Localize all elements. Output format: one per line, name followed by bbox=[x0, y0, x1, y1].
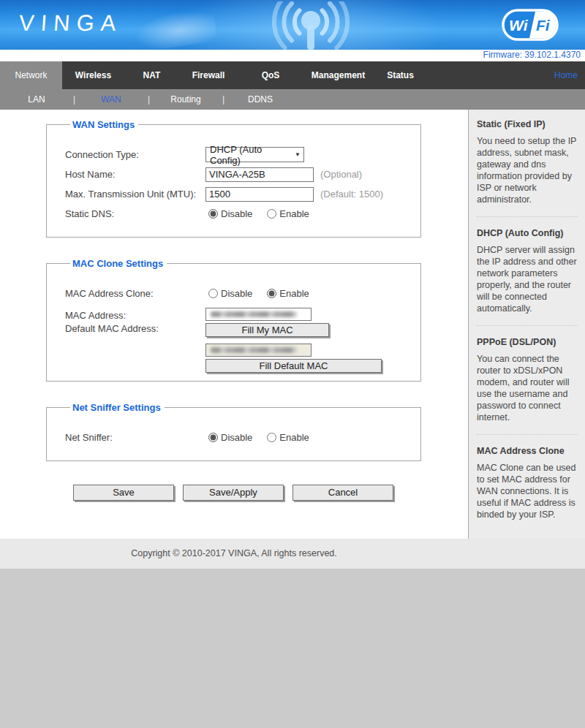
home-link[interactable]: Home bbox=[554, 61, 585, 89]
wifi-alliance-logo: Wi Fi bbox=[502, 9, 559, 41]
mac-clone-enable-label: Enable bbox=[279, 288, 309, 299]
mac-address-input[interactable] bbox=[205, 308, 312, 321]
net-sniffer-label: Net Sniffer: bbox=[65, 432, 205, 443]
router-admin-page: VINGA Wi Fi Firmware: 39.102.1.4370 Netw… bbox=[0, 0, 585, 728]
action-buttons: Save Save/Apply Cancel bbox=[73, 485, 468, 501]
help-body-mac-clone: MAC Clone can be used to set MAC address… bbox=[477, 462, 578, 520]
static-dns-enable-label: Enable bbox=[279, 208, 309, 219]
wan-settings-fieldset: WAN Settings Connection Type: DHCP (Auto… bbox=[46, 119, 421, 238]
net-sniffer-enable-radio[interactable] bbox=[267, 433, 276, 442]
page-background bbox=[0, 569, 585, 728]
connection-type-label: Connection Type: bbox=[65, 149, 205, 160]
tab-qos[interactable]: QoS bbox=[238, 61, 303, 89]
help-title-static: Static (Fixed IP) bbox=[477, 119, 578, 129]
net-sniffer-disable-label: Disable bbox=[221, 432, 252, 443]
fill-default-mac-button[interactable]: Fill Default MAC bbox=[205, 359, 382, 373]
mtu-input[interactable] bbox=[205, 187, 314, 202]
footer: Copyright © 2010-2017 VINGA, All rights … bbox=[0, 539, 585, 569]
wifi-badge-fi: Fi bbox=[536, 17, 551, 34]
header-banner: VINGA Wi Fi bbox=[0, 0, 585, 50]
wifi-antenna-icon bbox=[241, 1, 380, 50]
static-dns-enable-radio[interactable] bbox=[267, 209, 276, 219]
content-column: WAN Settings Connection Type: DHCP (Auto… bbox=[0, 110, 468, 539]
sub-nav: LAN | WAN | Routing | DDNS bbox=[0, 89, 585, 110]
subnav-lan[interactable]: LAN bbox=[0, 89, 73, 110]
mtu-note: (Default: 1500) bbox=[320, 189, 383, 200]
mtu-label: Max. Transmission Unit (MTU): bbox=[65, 189, 205, 200]
default-mac-address-input bbox=[205, 344, 312, 357]
main-nav: Network Wireless NAT Firewall QoS Manage… bbox=[0, 61, 585, 89]
subnav-wan[interactable]: WAN bbox=[75, 89, 148, 110]
host-name-input[interactable] bbox=[205, 167, 314, 182]
default-mac-label: Default MAC Address: bbox=[65, 323, 205, 334]
help-body-pppoe: You can connect the router to xDSL/xPON … bbox=[477, 353, 578, 423]
host-name-label: Host Name: bbox=[65, 169, 205, 180]
mac-address-label: MAC Address: bbox=[65, 308, 205, 321]
vinga-logo: VINGA bbox=[18, 10, 124, 37]
tab-firewall[interactable]: Firewall bbox=[179, 61, 238, 89]
tab-nat[interactable]: NAT bbox=[124, 61, 179, 89]
mac-clone-fieldset: MAC Clone Settings MAC Address Clone: Di… bbox=[46, 258, 421, 382]
tab-status[interactable]: Status bbox=[373, 61, 428, 89]
sidebar-divider bbox=[477, 325, 578, 326]
subnav-ddns[interactable]: DDNS bbox=[224, 89, 297, 110]
static-dns-label: Static DNS: bbox=[65, 208, 205, 219]
tab-wireless[interactable]: Wireless bbox=[62, 61, 124, 89]
fill-my-mac-button[interactable]: Fill My MAC bbox=[205, 323, 329, 337]
net-sniffer-disable-radio[interactable] bbox=[208, 433, 218, 442]
sidebar-divider bbox=[477, 434, 578, 435]
main-area: WAN Settings Connection Type: DHCP (Auto… bbox=[0, 110, 585, 539]
wifi-badge-wi: Wi bbox=[509, 17, 529, 34]
net-sniffer-enable-label: Enable bbox=[279, 432, 309, 443]
mac-clone-enable-radio[interactable] bbox=[267, 289, 276, 298]
mac-clone-title: MAC Clone Settings bbox=[70, 258, 167, 269]
help-title-pppoe: PPPoE (DSL/PON) bbox=[477, 337, 578, 347]
help-body-static: You need to setup the IP address, subnet… bbox=[477, 135, 578, 205]
cancel-button[interactable]: Cancel bbox=[292, 485, 393, 501]
firmware-version: Firmware: 39.102.1.4370 bbox=[0, 50, 585, 61]
mac-clone-disable-label: Disable bbox=[221, 288, 252, 299]
redacted-default-mac-value bbox=[211, 347, 297, 353]
connection-type-select[interactable]: DHCP (Auto Config) ▼ bbox=[205, 147, 304, 162]
save-apply-button[interactable]: Save/Apply bbox=[183, 485, 284, 501]
redacted-mac-value bbox=[211, 311, 297, 317]
sidebar-divider bbox=[477, 216, 578, 217]
keyboard-photo bbox=[133, 8, 217, 50]
mac-clone-disable-radio[interactable] bbox=[208, 289, 218, 298]
subnav-routing[interactable]: Routing bbox=[149, 89, 222, 110]
net-sniffer-fieldset: Net Sniffer Settings Net Sniffer: Disabl… bbox=[46, 402, 421, 461]
help-title-dhcp: DHCP (Auto Config) bbox=[477, 228, 578, 238]
mac-clone-label: MAC Address Clone: bbox=[65, 288, 205, 299]
tab-management[interactable]: Management bbox=[303, 61, 373, 89]
net-sniffer-title: Net Sniffer Settings bbox=[70, 402, 165, 413]
help-body-dhcp: DHCP server will assign the IP address a… bbox=[477, 244, 578, 314]
save-button[interactable]: Save bbox=[73, 485, 174, 501]
static-dns-disable-label: Disable bbox=[221, 208, 252, 219]
connection-type-value: DHCP (Auto Config) bbox=[210, 144, 295, 166]
help-title-mac-clone: MAC Address Clone bbox=[477, 446, 578, 456]
chevron-down-icon: ▼ bbox=[295, 151, 301, 158]
wan-settings-title: WAN Settings bbox=[70, 119, 138, 130]
help-sidebar: Static (Fixed IP) You need to setup the … bbox=[468, 110, 585, 539]
copyright-text: Copyright © 2010-2017 VINGA, All rights … bbox=[0, 539, 468, 569]
tab-network[interactable]: Network bbox=[0, 61, 62, 89]
static-dns-disable-radio[interactable] bbox=[208, 209, 218, 219]
host-name-note: (Optional) bbox=[320, 169, 362, 180]
